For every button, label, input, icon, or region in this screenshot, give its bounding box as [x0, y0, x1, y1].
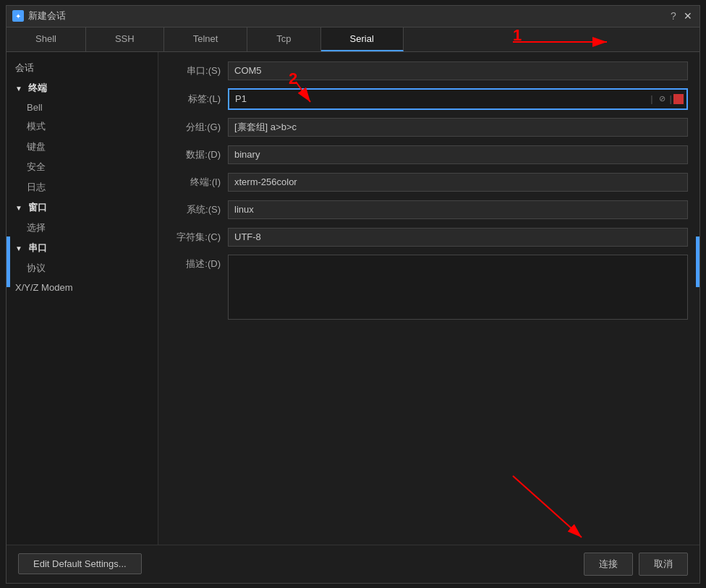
- separator2: |: [670, 93, 672, 104]
- terminal-select[interactable]: xterm-256color: [228, 173, 688, 192]
- footer-right-buttons: 连接 取消: [584, 553, 688, 576]
- sidebar-item-chuangkou[interactable]: ▼ 窗口: [7, 197, 158, 218]
- arrow-chuankou: ▼: [15, 244, 22, 252]
- charset-row: 字符集:(C) UTF-8: [170, 227, 688, 247]
- close-button[interactable]: ✕: [682, 10, 694, 22]
- sidebar-item-bell[interactable]: Bell: [7, 98, 158, 116]
- system-row: 系统:(S) linux: [170, 200, 688, 220]
- sidebar-item-xieyi[interactable]: 协议: [7, 258, 158, 278]
- port-control: COM5: [228, 61, 688, 80]
- tab-ssh[interactable]: SSH: [86, 27, 164, 51]
- app-icon: ✦: [12, 10, 24, 22]
- tab-telnet[interactable]: Telnet: [164, 27, 248, 51]
- tag-color-red[interactable]: [673, 94, 684, 104]
- sidebar-item-jianpan[interactable]: 键盘: [7, 137, 158, 157]
- terminal-control: xterm-256color: [228, 173, 688, 192]
- footer: Edit Default Settings... 连接 取消: [7, 545, 699, 583]
- tag-control: | ⊘ |: [228, 88, 688, 110]
- tab-shell[interactable]: Shell: [7, 27, 86, 51]
- separator: |: [650, 93, 652, 104]
- group-row: 分组:(G) [禀套组] a>b>c: [170, 117, 688, 137]
- port-label: 串口:(S): [170, 64, 228, 77]
- dialog-title: 新建会话: [28, 9, 66, 22]
- system-select[interactable]: linux: [228, 200, 688, 219]
- group-label: 分组:(G): [170, 121, 228, 134]
- tag-icon-btn-1[interactable]: ⊘: [656, 93, 668, 105]
- data-control: binary: [228, 145, 688, 164]
- port-select[interactable]: COM5: [228, 61, 688, 80]
- dialog: ✦ 新建会话 ? ✕ Shell SSH Telnet Tcp Serial 会…: [6, 5, 700, 584]
- data-row: 数据:(D) binary: [170, 145, 688, 165]
- charset-select[interactable]: UTF-8: [228, 228, 688, 247]
- terminal-row: 终端:(I) xterm-256color: [170, 172, 688, 192]
- form-area: 串口:(S) COM5 标签:(L) | ⊘ |: [158, 52, 699, 545]
- tag-input-wrapper: | ⊘ |: [228, 88, 688, 110]
- system-label: 系统:(S): [170, 203, 228, 216]
- tab-bar: Shell SSH Telnet Tcp Serial: [7, 27, 699, 52]
- system-control: linux: [228, 200, 688, 219]
- charset-control: UTF-8: [228, 228, 688, 247]
- tag-input[interactable]: [229, 90, 650, 108]
- data-label: 数据:(D): [170, 148, 228, 161]
- tag-input-icons: | ⊘ |: [650, 93, 686, 105]
- tag-label: 标签:(L): [170, 93, 228, 106]
- sidebar-item-chuankou[interactable]: ▼ 串口: [7, 238, 158, 258]
- desc-textarea[interactable]: [228, 255, 688, 320]
- sidebar-item-moshi[interactable]: 模式: [7, 116, 158, 137]
- desc-control: [228, 255, 688, 322]
- edit-default-button[interactable]: Edit Default Settings...: [18, 553, 142, 574]
- group-select[interactable]: [禀套组] a>b>c: [228, 118, 688, 137]
- arrow-chuangkou: ▼: [15, 204, 22, 212]
- arrow-zhongduan: ▼: [15, 85, 22, 93]
- desc-label: 描述:(D): [170, 255, 228, 270]
- tab-serial[interactable]: Serial: [321, 27, 404, 51]
- title-bar: ✦ 新建会话 ? ✕: [7, 6, 699, 27]
- group-control: [禀套组] a>b>c: [228, 118, 688, 137]
- data-select[interactable]: binary: [228, 145, 688, 164]
- terminal-label: 终端:(I): [170, 176, 228, 189]
- sidebar: 会话 ▼ 终端 Bell 模式 键盘 安全 日志 ▼ 窗口: [7, 52, 158, 545]
- desc-row: 描述:(D): [170, 255, 688, 322]
- sidebar-item-xyz[interactable]: X/Y/Z Modem: [7, 278, 158, 297]
- sidebar-item-huihua[interactable]: 会话: [7, 58, 158, 78]
- main-content: 会话 ▼ 终端 Bell 模式 键盘 安全 日志 ▼ 窗口: [7, 52, 699, 545]
- sidebar-item-zhongduan[interactable]: ▼ 终端: [7, 78, 158, 98]
- port-row: 串口:(S) COM5: [170, 61, 688, 81]
- title-bar-buttons: ? ✕: [668, 10, 694, 22]
- help-button[interactable]: ?: [668, 10, 679, 22]
- sidebar-item-anquan[interactable]: 安全: [7, 157, 158, 177]
- cancel-button[interactable]: 取消: [639, 553, 688, 576]
- sidebar-item-xuanze[interactable]: 选择: [7, 218, 158, 238]
- connect-button[interactable]: 连接: [584, 553, 633, 576]
- tab-tcp[interactable]: Tcp: [247, 27, 320, 51]
- title-bar-left: ✦ 新建会话: [12, 9, 66, 22]
- tag-row: 标签:(L) | ⊘ |: [170, 88, 688, 110]
- charset-label: 字符集:(C): [170, 231, 228, 244]
- sidebar-item-rizhi[interactable]: 日志: [7, 177, 158, 197]
